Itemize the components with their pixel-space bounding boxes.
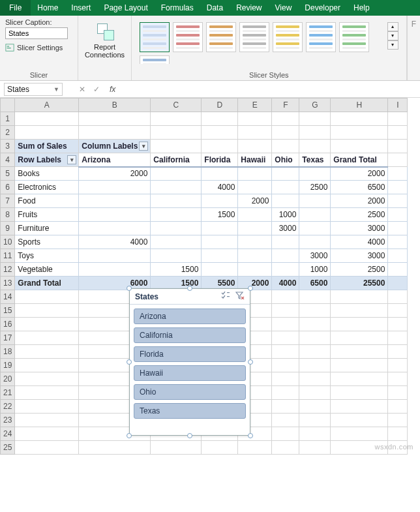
slicer-style-thumb[interactable] bbox=[173, 22, 203, 52]
cell[interactable] bbox=[15, 112, 79, 126]
cell[interactable]: California bbox=[151, 153, 202, 167]
cell[interactable] bbox=[388, 427, 408, 441]
slicer-item-hawaii[interactable]: Hawaii bbox=[134, 365, 246, 381]
multi-select-icon[interactable] bbox=[221, 292, 230, 301]
cell[interactable] bbox=[272, 181, 299, 194]
cell[interactable]: Food bbox=[15, 194, 79, 208]
cell[interactable]: 2500 bbox=[299, 181, 331, 194]
cell[interactable]: Arizona bbox=[79, 153, 151, 167]
cell[interactable] bbox=[15, 427, 79, 441]
cell[interactable] bbox=[388, 263, 408, 277]
cell[interactable] bbox=[388, 126, 408, 140]
cell[interactable] bbox=[299, 222, 331, 235]
cell[interactable]: 4000 bbox=[79, 235, 151, 249]
cell[interactable]: Florida bbox=[202, 153, 238, 167]
cell[interactable] bbox=[238, 208, 272, 222]
cell[interactable] bbox=[79, 181, 151, 194]
cell[interactable] bbox=[272, 112, 299, 126]
slicer-settings-button[interactable]: Slicer Settings bbox=[5, 43, 72, 52]
cell[interactable] bbox=[388, 359, 408, 372]
cell[interactable]: 2000 bbox=[79, 167, 151, 181]
cell[interactable] bbox=[299, 167, 331, 181]
cell[interactable] bbox=[299, 290, 331, 304]
cell[interactable] bbox=[299, 427, 331, 441]
row-header-8[interactable]: 8 bbox=[1, 208, 15, 222]
cell[interactable] bbox=[299, 304, 331, 318]
cell[interactable]: Vegetable bbox=[15, 263, 79, 277]
cell[interactable] bbox=[15, 126, 79, 140]
cell[interactable] bbox=[202, 140, 238, 153]
cell[interactable] bbox=[272, 140, 299, 153]
resize-handle[interactable] bbox=[248, 286, 253, 291]
cell[interactable] bbox=[388, 112, 408, 126]
resize-handle[interactable] bbox=[248, 359, 253, 365]
cell[interactable] bbox=[272, 235, 299, 249]
menu-file[interactable]: File bbox=[0, 0, 31, 16]
cell[interactable] bbox=[388, 235, 408, 249]
cell[interactable] bbox=[202, 249, 238, 263]
slicer-item-arizona[interactable]: Arizona bbox=[134, 309, 246, 324]
cell[interactable] bbox=[388, 318, 408, 331]
cell[interactable] bbox=[238, 249, 272, 263]
cell[interactable] bbox=[238, 181, 272, 194]
cell[interactable] bbox=[299, 345, 331, 359]
cell[interactable] bbox=[202, 235, 238, 249]
cell[interactable] bbox=[151, 208, 202, 222]
cell[interactable]: 2000 bbox=[331, 167, 388, 181]
row-header-2[interactable]: 2 bbox=[1, 126, 15, 140]
cell[interactable]: Row Labels bbox=[15, 153, 79, 167]
cell[interactable] bbox=[202, 167, 238, 181]
resize-handle[interactable] bbox=[127, 286, 132, 291]
cell[interactable] bbox=[388, 208, 408, 222]
cell[interactable] bbox=[299, 112, 331, 126]
gallery-more-button[interactable]: ▾ bbox=[387, 40, 398, 50]
cell[interactable]: 3000 bbox=[331, 249, 388, 263]
cell[interactable] bbox=[272, 331, 299, 345]
cell[interactable] bbox=[388, 345, 408, 359]
cell[interactable] bbox=[202, 126, 238, 140]
cell[interactable] bbox=[151, 235, 202, 249]
slicer-item-california[interactable]: California bbox=[134, 327, 246, 343]
row-header-5[interactable]: 5 bbox=[1, 167, 15, 181]
gallery-down-button[interactable]: ▾ bbox=[387, 31, 398, 40]
cell[interactable] bbox=[272, 359, 299, 372]
cell[interactable] bbox=[331, 427, 388, 441]
cell[interactable] bbox=[299, 140, 331, 153]
cell[interactable] bbox=[331, 345, 388, 359]
cell[interactable] bbox=[388, 331, 408, 345]
cell[interactable] bbox=[15, 386, 79, 400]
cell[interactable] bbox=[238, 112, 272, 126]
gallery-up-button[interactable]: ▴ bbox=[387, 22, 398, 31]
cell[interactable] bbox=[151, 112, 202, 126]
cell[interactable] bbox=[151, 140, 202, 153]
row-header-23[interactable]: 23 bbox=[1, 414, 15, 427]
cell[interactable] bbox=[202, 112, 238, 126]
select-all-corner[interactable] bbox=[1, 98, 15, 112]
cell[interactable]: 3000 bbox=[299, 249, 331, 263]
slicer-style-thumb[interactable] bbox=[239, 22, 269, 52]
cell[interactable] bbox=[299, 331, 331, 345]
cell[interactable]: 2000 bbox=[238, 194, 272, 208]
cell[interactable] bbox=[388, 372, 408, 386]
cell[interactable]: Grand Total bbox=[331, 153, 388, 167]
cell[interactable] bbox=[331, 290, 388, 304]
menu-data[interactable]: Data bbox=[200, 0, 230, 16]
cell[interactable] bbox=[299, 372, 331, 386]
name-box[interactable]: States ▼ bbox=[4, 83, 63, 96]
cell[interactable] bbox=[151, 249, 202, 263]
row-header-16[interactable]: 16 bbox=[1, 318, 15, 331]
cell[interactable]: Column Labels bbox=[79, 140, 151, 153]
row-header-11[interactable]: 11 bbox=[1, 249, 15, 263]
report-connections-button[interactable]: ReportConnections bbox=[82, 18, 128, 61]
cell[interactable] bbox=[272, 304, 299, 318]
cell[interactable] bbox=[388, 277, 408, 290]
cell[interactable] bbox=[299, 235, 331, 249]
cell[interactable]: 2500 bbox=[331, 263, 388, 277]
cell[interactable] bbox=[238, 441, 272, 455]
cell[interactable] bbox=[331, 318, 388, 331]
cell[interactable] bbox=[202, 194, 238, 208]
cell[interactable]: 6500 bbox=[299, 277, 331, 290]
cell[interactable] bbox=[79, 249, 151, 263]
resize-handle[interactable] bbox=[248, 433, 253, 438]
resize-handle[interactable] bbox=[127, 433, 132, 438]
